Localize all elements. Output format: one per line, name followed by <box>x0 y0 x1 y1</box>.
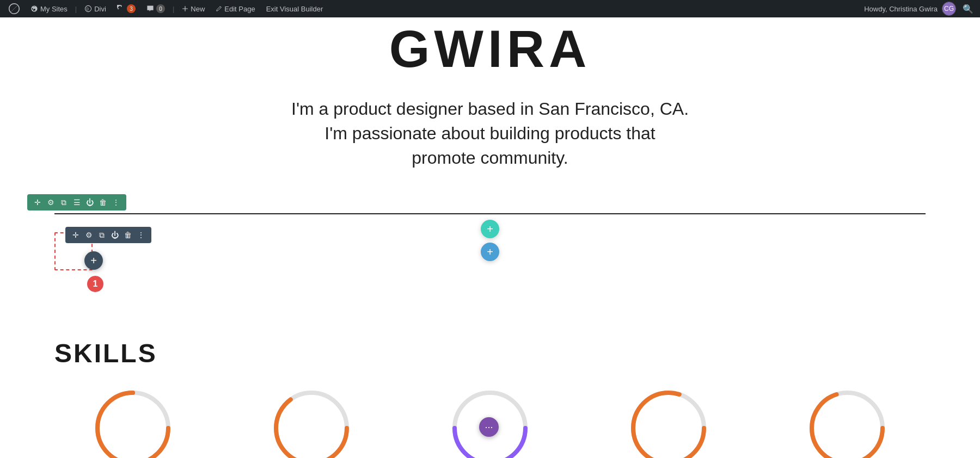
skill-svg-1 <box>89 385 176 458</box>
updates-button[interactable]: 3 <box>113 0 140 17</box>
col-toolbar-toggle-icon[interactable]: ⏻ <box>109 229 121 241</box>
skill-circle-3: ··· <box>446 385 534 458</box>
edit-icon <box>216 5 222 12</box>
exit-vb-button[interactable]: Exit Visual Builder <box>262 0 328 17</box>
wp-logo-button[interactable] <box>4 0 24 17</box>
my-sites-icon <box>30 5 38 13</box>
howdy-text: Howdy, Christina Gwira <box>864 5 938 13</box>
skill-svg-4 <box>625 385 712 458</box>
toolbar-move-icon[interactable]: ✛ <box>32 196 44 208</box>
wp-icon <box>9 3 20 14</box>
toolbar-duplicate-icon[interactable]: ⧉ <box>58 196 70 208</box>
comments-icon <box>146 5 154 13</box>
hero-description: I'm a product designer based in San Fran… <box>267 97 713 170</box>
skills-title: SKILLS <box>54 338 926 368</box>
new-label: New <box>191 5 205 13</box>
divi-label: Divi <box>94 5 106 13</box>
skill-circle-1 <box>89 385 176 458</box>
edit-page-button[interactable]: Edit Page <box>211 0 259 17</box>
sep1: | <box>75 5 77 13</box>
admin-bar: My Sites | D Divi 3 0 | New Edit Page <box>0 0 980 17</box>
col-toolbar-move-icon[interactable]: ✛ <box>70 229 82 241</box>
hero-section: GWIRA I'm a product designer based in Sa… <box>0 17 980 202</box>
skill-circle-4 <box>625 385 712 458</box>
toolbar-columns-icon[interactable]: ☰ <box>71 196 83 208</box>
row-toolbar: ✛ ⚙ ⧉ ☰ ⏻ 🗑 ⋮ <box>27 194 126 211</box>
divider-col-center: + + <box>345 202 635 261</box>
new-icon <box>182 5 188 12</box>
toolbar-more-icon[interactable]: ⋮ <box>110 196 122 208</box>
add-column-button[interactable]: + <box>481 243 499 261</box>
divider-section: ✛ ⚙ ⧉ ☰ ⏻ 🗑 ⋮ ✛ ⚙ ⧉ ⏻ 🗑 ⋮ + 1 <box>0 202 980 300</box>
svg-text:D: D <box>87 7 89 11</box>
edit-page-label: Edit Page <box>224 5 255 13</box>
hero-line3: promote community. <box>412 148 568 168</box>
user-avatar[interactable]: CG <box>942 2 956 16</box>
skill-svg-5 <box>804 385 891 458</box>
add-section-button[interactable]: + <box>481 220 499 238</box>
divider-line-left <box>54 213 345 214</box>
divider-line-right <box>635 213 926 214</box>
number-badge: 1 <box>87 276 103 292</box>
divider-line-center <box>345 213 635 214</box>
col-toolbar-settings-icon[interactable]: ⚙ <box>83 229 95 241</box>
admin-bar-left: My Sites | D Divi 3 0 | New Edit Page <box>4 0 864 17</box>
exit-vb-label: Exit Visual Builder <box>266 5 323 13</box>
my-sites-label: My Sites <box>40 5 68 13</box>
search-button[interactable]: 🔍 <box>960 2 976 16</box>
skill-circle-5 <box>804 385 891 458</box>
updates-icon <box>117 5 125 13</box>
skill-svg-2 <box>268 385 355 458</box>
updates-count: 3 <box>127 4 136 13</box>
sep2: | <box>173 5 174 13</box>
col-toolbar: ✛ ⚙ ⧉ ⏻ 🗑 ⋮ <box>65 227 151 243</box>
skills-row: ··· <box>54 385 926 458</box>
divi-icon: D <box>84 5 92 13</box>
toolbar-delete-icon[interactable]: 🗑 <box>97 196 109 208</box>
my-sites-button[interactable]: My Sites <box>26 0 72 17</box>
col-toolbar-more-icon[interactable]: ⋮ <box>135 229 147 241</box>
admin-bar-right: Howdy, Christina Gwira CG 🔍 <box>864 2 976 16</box>
toolbar-toggle-icon[interactable]: ⏻ <box>84 196 96 208</box>
skill-circle-2 <box>268 385 355 458</box>
new-button[interactable]: New <box>177 0 209 17</box>
divider-col-right <box>635 202 926 214</box>
hero-line1: I'm a product designer based in San Fran… <box>291 99 689 119</box>
toolbar-settings-icon[interactable]: ⚙ <box>45 196 57 208</box>
comments-button[interactable]: 0 <box>142 0 169 17</box>
site-title: GWIRA <box>22 17 958 81</box>
center-add-buttons: + + <box>481 220 499 261</box>
divi-button[interactable]: D Divi <box>80 0 111 17</box>
col-toolbar-duplicate-icon[interactable]: ⧉ <box>96 229 108 241</box>
comments-count: 0 <box>156 4 165 13</box>
page-wrapper: GWIRA I'm a product designer based in Sa… <box>0 17 980 458</box>
more-options-dots: ··· <box>485 422 493 433</box>
skills-section: SKILLS <box>0 322 980 458</box>
col-toolbar-delete-icon[interactable]: 🗑 <box>122 229 134 241</box>
add-module-button[interactable]: + <box>84 251 103 270</box>
hero-line2: I'm passionate about building products t… <box>324 123 655 143</box>
